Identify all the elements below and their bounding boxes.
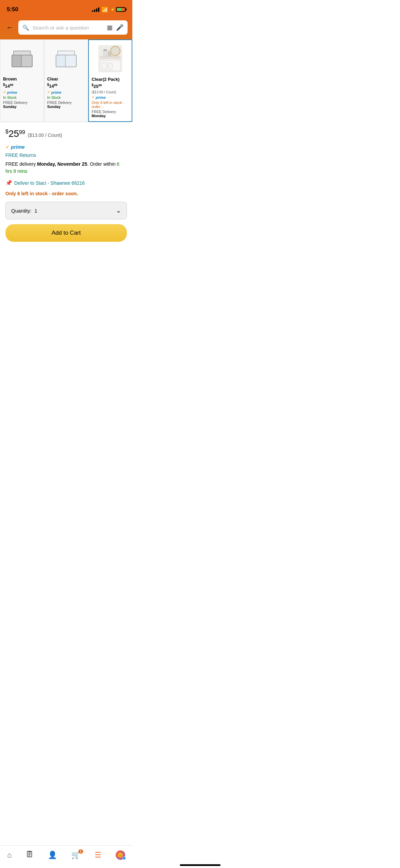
wifi-icon: 📶 [101, 6, 108, 13]
variant-price-clear: $1499 [47, 83, 85, 89]
variant-image-brown [3, 43, 41, 74]
status-icons: 📶 ⚡ [92, 6, 126, 13]
per-count: ($13.00 / Count) [28, 132, 62, 138]
main-content: $2599 ($13.00 / Count) ✓ prime FREE Retu… [0, 122, 132, 251]
variant-delivery-brown: FREE Delivery Sunday [3, 101, 41, 109]
prime-check-main-icon: ✓ [5, 144, 9, 150]
variant-delivery-clear: FREE Delivery Sunday [47, 101, 85, 109]
prime-badge-brown: ✓ prime [3, 90, 41, 94]
signal-icon [92, 7, 99, 12]
svg-point-7 [111, 46, 120, 56]
deliver-to-text: Deliver to Staci - Shawnee 66216 [14, 180, 85, 186]
prime-badge-clear2pack: ✓ prime [92, 95, 129, 100]
prime-badge-clear: ✓ prime [47, 90, 85, 94]
quantity-selector[interactable]: Quantity: 1 ⌄ [5, 202, 127, 219]
search-input[interactable]: Search or ask a question [33, 25, 103, 31]
free-returns[interactable]: FREE Returns [5, 152, 127, 158]
svg-rect-14 [108, 63, 112, 69]
main-price: $2599 [5, 128, 25, 139]
status-bar: 5:50 📶 ⚡ [0, 0, 132, 17]
prime-check-icon-2: ✓ [47, 90, 50, 94]
search-bar-container: ← 🔍 Search or ask a question ▦ 🎤 [0, 17, 132, 39]
back-button[interactable]: ← [5, 22, 15, 33]
variant-stock-clear2pack: Only 6 left in stock - order… [92, 101, 129, 109]
stock-warning: Only 6 left in stock - order soon. [5, 191, 127, 196]
prime-text: prime [7, 90, 17, 94]
variant-name-brown: Brown [3, 76, 41, 82]
chevron-down-icon: ⌄ [116, 207, 121, 214]
svg-rect-11 [108, 51, 111, 56]
add-to-cart-button[interactable]: Add to Cart [5, 224, 127, 242]
camera-scan-icon[interactable]: ▦ [107, 24, 113, 31]
search-right-icons: ▦ 🎤 [107, 24, 123, 31]
variant-name-clear2pack: Clear(2 Pack) [92, 77, 129, 82]
svg-rect-13 [102, 62, 107, 69]
deliver-to[interactable]: 📌 Deliver to Staci - Shawnee 66216 [5, 180, 127, 186]
variant-per-count: ($13.00 / Count) [92, 90, 129, 94]
variant-card-clear[interactable]: Clear $1499 ✓ prime In Stock FREE Delive… [44, 39, 88, 122]
svg-rect-9 [103, 50, 107, 56]
svg-rect-10 [103, 49, 107, 51]
price-section: $2599 ($13.00 / Count) [5, 128, 127, 139]
mic-icon[interactable]: 🎤 [116, 24, 123, 31]
location-icon: 📌 [5, 180, 12, 186]
svg-rect-1 [12, 55, 21, 67]
variant-delivery-clear2pack: FREE Delivery Monday [92, 110, 129, 118]
prime-check-icon-3: ✓ [92, 95, 95, 100]
variant-name-clear: Clear [47, 76, 85, 82]
variant-carousel: Brown $1499 ✓ prime In Stock FREE Delive… [0, 39, 132, 122]
status-time: 5:50 [7, 6, 18, 13]
variant-price-brown: $1499 [3, 83, 41, 89]
variant-card-brown[interactable]: Brown $1499 ✓ prime In Stock FREE Delive… [0, 39, 44, 122]
delivery-prefix: FREE delivery [5, 161, 37, 167]
svg-rect-4 [56, 55, 65, 67]
variant-price-clear2pack: $2599 [92, 83, 129, 89]
prime-text-main: prime [11, 144, 25, 150]
delivery-date: Monday, November 25 [37, 161, 87, 167]
battery-icon: ⚡ [110, 7, 126, 12]
prime-section: ✓ prime [5, 144, 127, 150]
variant-image-clear2pack [92, 43, 129, 74]
variant-card-clear2pack[interactable]: Clear(2 Pack) $2599 ($13.00 / Count) ✓ p… [88, 39, 132, 122]
svg-rect-2 [14, 51, 31, 55]
svg-rect-8 [100, 56, 120, 58]
prime-check-icon: ✓ [3, 90, 6, 94]
search-input-wrapper[interactable]: 🔍 Search or ask a question ▦ 🎤 [18, 20, 128, 35]
quantity-label: Quantity: 1 [11, 208, 37, 214]
prime-text-2: prime [51, 90, 61, 94]
variant-image-clear [47, 43, 85, 74]
svg-rect-5 [58, 51, 75, 55]
prime-text-3: prime [96, 95, 106, 100]
delivery-suffix: . Order within [87, 161, 117, 167]
delivery-info: FREE delivery Monday, November 25. Order… [5, 161, 127, 175]
variant-stock-clear: In Stock [47, 95, 85, 100]
variant-stock-brown: In Stock [3, 95, 41, 100]
search-icon: 🔍 [22, 24, 29, 31]
